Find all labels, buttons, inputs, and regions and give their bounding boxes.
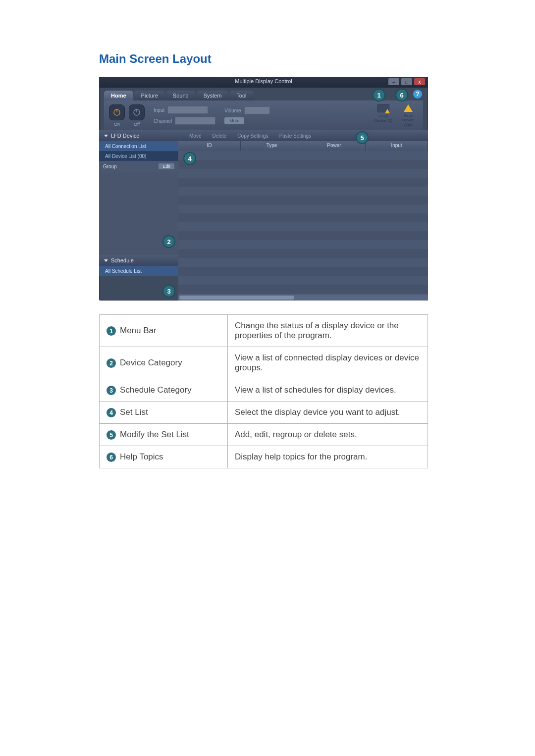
col-power[interactable]: Power [303,141,366,151]
all-connection-list[interactable]: All Connection List [99,141,178,151]
legend-label: Modify the Set List [120,430,189,439]
device-grid[interactable] [178,151,428,301]
legend-label: Help Topics [120,452,163,461]
legend-table: 1Menu Bar Change the status of a display… [99,314,428,468]
lfd-label: LFD Device [111,133,139,139]
table-row: 1Menu Bar Change the status of a display… [100,315,428,347]
device-list-panel: Move Delete Copy Settings Paste Settings… [178,130,428,301]
page-heading: Main Screen Layout [99,52,212,66]
window-title: Multiple Display Control [235,78,292,84]
fault-device-alert[interactable]: Fault Device Alert [398,104,418,127]
ribbon: On Off Input Channel [104,101,423,130]
left-panel: LFD Device All Connection List All Devic… [99,130,178,301]
mute-button[interactable]: Mute [224,117,244,124]
horizontal-scrollbar[interactable] [178,295,428,301]
legend-number: 4 [107,408,116,417]
callout-2: 2 [162,235,175,248]
fault-device-count[interactable]: Fault Device (0) [374,104,393,127]
table-row: 2Device Category View a list of connecte… [100,347,428,379]
paste-settings-button[interactable]: Paste Settings [279,133,311,139]
power-off-label: Off [129,122,145,127]
input-label: Input [154,107,164,113]
chevron-down-icon [104,135,108,137]
group-label: Group [103,164,117,169]
device-columns: ID Type Power Input [178,141,428,151]
col-id[interactable]: ID [178,141,241,151]
monitor-icon [377,104,389,112]
lfd-section-header[interactable]: LFD Device [99,130,178,141]
legend-number: 2 [107,358,116,368]
tab-picture[interactable]: Picture [134,91,165,101]
table-row: 6Help Topics Display help topics for the… [100,446,428,468]
channel-stepper[interactable] [175,117,215,125]
schedule-section-header[interactable]: Schedule [99,255,178,266]
legend-label: Device Category [120,358,182,367]
power-on-label: On [109,122,125,127]
window-titlebar: Multiple Display Control – □ x [99,77,428,88]
volume-field: Volume [224,106,269,114]
fault-count-label: Fault Device (0) [374,114,393,123]
power-icon [112,108,121,117]
legend-desc: Select the display device you want to ad… [228,402,428,424]
callout-5: 5 [356,131,369,144]
legend-number: 5 [107,430,116,440]
schedule-label: Schedule [111,257,134,263]
input-dropdown[interactable] [167,106,208,114]
all-schedule-list[interactable]: All Schedule List [99,266,178,276]
legend-desc: Change the status of a display device or… [228,315,428,347]
copy-settings-button[interactable]: Copy Settings [237,133,268,139]
legend-desc: Display help topics for the program. [228,446,428,468]
window-minimize-button[interactable]: – [388,78,399,85]
callout-6: 6 [395,89,408,101]
tab-sound[interactable]: Sound [166,91,196,101]
scroll-thumb[interactable] [179,296,294,300]
callout-1: 1 [373,89,385,101]
col-input[interactable]: Input [366,141,428,151]
tab-home[interactable]: Home [104,91,133,101]
table-row: 3Schedule Category View a list of schedu… [100,379,428,402]
legend-label: Schedule Category [120,385,192,395]
page: Main Screen Layout Multiple Display Cont… [0,0,535,756]
input-field: Input [154,106,215,114]
power-off-button[interactable] [129,104,145,120]
legend-number: 3 [107,386,116,395]
window-buttons: – □ x [388,78,425,85]
warning-icon [404,104,413,112]
window-close-button[interactable]: x [414,78,425,85]
callout-4: 4 [183,152,196,165]
table-row: 4Set List Select the display device you … [100,402,428,424]
all-device-list[interactable]: All Device List (00) [99,151,178,161]
legend-label: Set List [120,407,148,417]
delete-button[interactable]: Delete [212,133,226,139]
channel-label: Channel [154,118,172,124]
power-icon [132,108,141,117]
col-type[interactable]: Type [241,141,303,151]
alert-group: Fault Device (0) Fault Device Alert [374,104,418,127]
legend-label: Menu Bar [120,326,157,335]
set-toolbar: Move Delete Copy Settings Paste Settings [178,130,428,141]
legend-desc: View a list of connected display devices… [228,347,428,379]
volume-label: Volume [224,108,241,113]
table-row: 5Modify the Set List Add, edit, regroup … [100,424,428,446]
legend-number: 1 [107,326,116,336]
volume-stepper[interactable] [244,106,270,114]
chevron-down-icon [104,259,108,262]
window-maximize-button[interactable]: □ [401,78,412,85]
legend-number: 6 [107,453,116,462]
channel-field: Channel [154,117,215,125]
fault-alert-label: Fault Device Alert [398,113,418,127]
app-window: Multiple Display Control – □ x ? Home Pi… [99,77,428,301]
tab-system[interactable]: System [197,91,229,101]
tab-tool[interactable]: Tool [229,91,253,101]
group-edit-button[interactable]: Edit [159,163,174,169]
group-row: Group Edit [99,161,178,172]
legend-desc: Add, edit, regroup or delete sets. [228,424,428,446]
power-group: On Off [109,104,145,127]
legend-desc: View a list of schedules for display dev… [228,379,428,402]
power-on-button[interactable] [109,104,125,120]
move-button[interactable]: Move [189,133,201,139]
callout-3: 3 [162,285,175,298]
